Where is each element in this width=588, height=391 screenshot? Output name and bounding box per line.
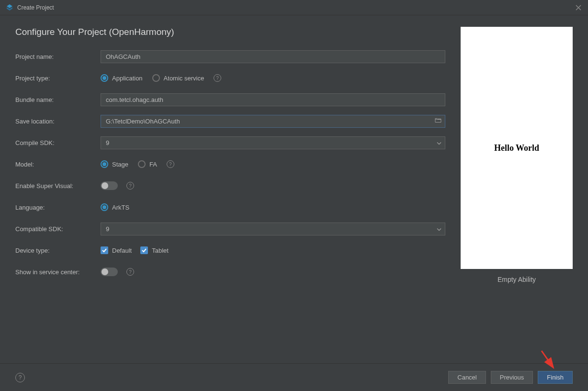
template-preview: Hello World Empty Ability: [461, 27, 573, 352]
enable-super-visual-label: Enable Super Visual:: [15, 182, 101, 190]
compile-sdk-select[interactable]: 9: [101, 136, 445, 149]
device-default-checkbox[interactable]: Default: [101, 246, 132, 254]
compile-sdk-label: Compile SDK:: [15, 139, 101, 146]
language-label: Language:: [15, 204, 101, 211]
show-service-center-toggle[interactable]: [101, 268, 118, 276]
cancel-button[interactable]: Cancel: [448, 371, 486, 384]
compatible-sdk-label: Compatible SDK:: [15, 225, 101, 233]
previous-button[interactable]: Previous: [491, 371, 533, 384]
finish-button[interactable]: Finish: [538, 371, 573, 384]
project-type-application-radio[interactable]: Application: [101, 74, 143, 82]
checkbox-checked-icon: [140, 246, 148, 254]
model-fa-radio[interactable]: FA: [138, 160, 157, 168]
window-title: Create Project: [17, 4, 575, 11]
app-icon: [6, 4, 13, 11]
configure-form: Configure Your Project (OpenHarmony) Pro…: [15, 27, 445, 352]
project-name-label: Project name:: [15, 53, 101, 60]
help-icon[interactable]: ?: [15, 373, 25, 382]
project-type-atomic-radio[interactable]: Atomic service: [152, 74, 204, 82]
help-icon[interactable]: ?: [167, 160, 174, 168]
show-service-center-label: Show in service center:: [15, 268, 101, 276]
checkbox-checked-icon: [101, 246, 108, 254]
bundle-name-input[interactable]: [101, 93, 445, 106]
model-label: Model:: [15, 161, 101, 168]
help-icon[interactable]: ?: [126, 268, 134, 276]
project-type-label: Project type:: [15, 75, 101, 82]
titlebar: Create Project: [0, 0, 588, 15]
radio-selected-icon: [101, 203, 108, 211]
bundle-name-label: Bundle name:: [15, 96, 101, 103]
radio-unselected-icon: [138, 160, 146, 168]
page-title: Configure Your Project (OpenHarmony): [15, 27, 445, 37]
device-tablet-checkbox[interactable]: Tablet: [140, 246, 169, 254]
dialog-footer: ? Cancel Previous Finish: [0, 363, 588, 391]
preview-frame: Hello World: [461, 27, 573, 269]
radio-selected-icon: [101, 160, 108, 168]
preview-content: Hello World: [494, 143, 539, 153]
close-icon[interactable]: [575, 4, 582, 11]
enable-super-visual-toggle[interactable]: [101, 181, 118, 190]
save-location-label: Save location:: [15, 118, 101, 125]
project-name-input[interactable]: [101, 50, 445, 63]
preview-caption: Empty Ability: [461, 276, 573, 283]
radio-unselected-icon: [152, 74, 160, 82]
compatible-sdk-select[interactable]: 9: [101, 223, 445, 235]
radio-selected-icon: [101, 74, 108, 82]
folder-icon[interactable]: [435, 118, 441, 125]
model-stage-radio[interactable]: Stage: [101, 160, 128, 168]
help-icon[interactable]: ?: [126, 182, 134, 190]
language-arkts-radio[interactable]: ArkTS: [101, 203, 129, 211]
help-icon[interactable]: ?: [214, 74, 221, 82]
save-location-input[interactable]: [101, 115, 445, 128]
device-type-label: Device type:: [15, 247, 101, 254]
